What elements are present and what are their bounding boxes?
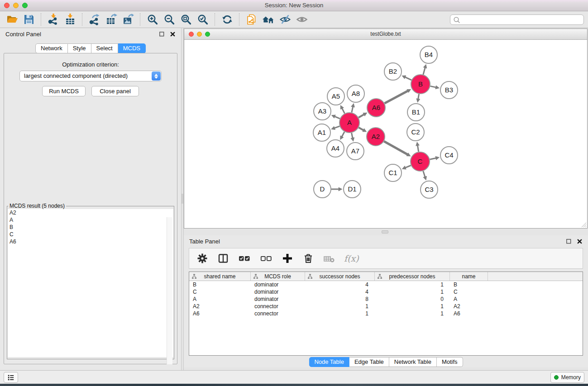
table-cell: 8 bbox=[305, 295, 375, 303]
mcds-result-item[interactable]: A6 bbox=[8, 238, 173, 245]
dropdown-selected-value: largest connected component (directed) bbox=[24, 72, 128, 79]
zoom-out-icon[interactable] bbox=[161, 12, 177, 27]
home-layout-icon[interactable] bbox=[260, 12, 277, 27]
column-header[interactable]: name bbox=[450, 272, 488, 281]
table-row[interactable]: Bdominator41B bbox=[189, 281, 583, 288]
close-panel-button[interactable]: Close panel bbox=[91, 86, 139, 96]
export-image-icon[interactable] bbox=[120, 12, 136, 27]
mcds-result-item[interactable]: C bbox=[8, 231, 173, 238]
zoom-in-icon[interactable] bbox=[144, 12, 161, 27]
select-all-checkboxes-icon[interactable] bbox=[238, 253, 251, 264]
memory-button[interactable]: Memory bbox=[550, 372, 584, 383]
main-toolbar bbox=[0, 11, 588, 28]
graph-edge-C-C1[interactable] bbox=[405, 166, 411, 168]
export-network-icon[interactable] bbox=[86, 12, 103, 27]
tab-edge-table[interactable]: Edge Table bbox=[349, 357, 389, 367]
import-table-icon[interactable] bbox=[62, 12, 78, 27]
application-window: Session: New Session bbox=[0, 0, 588, 386]
table-row[interactable]: Adominator80A bbox=[189, 295, 583, 303]
mcds-result-item[interactable]: A bbox=[8, 216, 173, 224]
graph-edge-B-B3[interactable] bbox=[430, 86, 436, 87]
save-session-icon[interactable] bbox=[20, 12, 37, 27]
toolbar-separator bbox=[239, 13, 239, 26]
window-resize-grip[interactable] bbox=[580, 221, 587, 228]
network-from-document-icon[interactable] bbox=[243, 12, 260, 27]
tab-select[interactable]: Select bbox=[91, 43, 118, 53]
table-settings-gear-icon[interactable] bbox=[196, 253, 208, 264]
graph-node-label: A7 bbox=[351, 147, 359, 155]
graph-edge-C-C2[interactable] bbox=[417, 145, 418, 152]
tab-style[interactable]: Style bbox=[68, 43, 91, 53]
table-cell: A6 bbox=[189, 310, 251, 317]
deselect-all-checkboxes-icon[interactable] bbox=[260, 253, 272, 264]
run-mcds-button[interactable]: Run MCDS bbox=[42, 86, 86, 96]
network-canvas[interactable]: B4B2BB3A5A8A6A3B1AA1C2A2A4A7C4CC1C3DD1 bbox=[184, 40, 587, 228]
graph-edge-A-A3[interactable] bbox=[335, 116, 340, 119]
close-panel-icon[interactable] bbox=[577, 238, 583, 244]
graph-edge-A-A8[interactable] bbox=[352, 106, 353, 112]
graph-node-label: C1 bbox=[388, 169, 397, 176]
table-row[interactable]: Cdominator41C bbox=[189, 288, 583, 295]
graph-edge-B-B4[interactable] bbox=[423, 67, 425, 75]
search-input[interactable] bbox=[460, 17, 581, 23]
mcds-result-list[interactable]: A2ABCA6 bbox=[8, 209, 173, 357]
mcds-result-item[interactable]: A2 bbox=[8, 209, 173, 216]
float-panel-icon[interactable] bbox=[566, 238, 572, 244]
network-graph[interactable]: B4B2BB3A5A8A6A3B1AA1C2A2A4A7C4CC1C3DD1 bbox=[184, 40, 587, 228]
optimization-criterion-dropdown[interactable]: largest connected component (directed) bbox=[19, 71, 162, 81]
graph-edge-A-A5[interactable] bbox=[342, 108, 344, 114]
table-row[interactable]: A2connector11A2 bbox=[189, 303, 583, 310]
zoom-selected-icon[interactable] bbox=[194, 12, 211, 27]
float-panel-icon[interactable] bbox=[159, 31, 165, 37]
tab-motifs[interactable]: Motifs bbox=[437, 357, 463, 367]
graph-edge-B-B2[interactable] bbox=[405, 77, 411, 80]
graph-edge-B-B1[interactable] bbox=[418, 94, 419, 100]
refresh-layout-icon[interactable] bbox=[219, 12, 235, 27]
graph-node-label: C2 bbox=[411, 128, 420, 136]
toolbar-separator bbox=[82, 13, 82, 26]
table-row[interactable]: A6connector11A6 bbox=[189, 310, 583, 317]
graph-edge-A-A1[interactable] bbox=[334, 126, 339, 128]
import-network-icon[interactable] bbox=[45, 12, 62, 27]
table-cell: A bbox=[189, 295, 251, 303]
graph-edge-A2-C[interactable] bbox=[384, 141, 408, 155]
table-cell: A2 bbox=[450, 303, 488, 310]
horizontal-splitter-handle[interactable] bbox=[382, 230, 388, 234]
network-window-titlebar[interactable]: testGlobe.txt bbox=[184, 29, 587, 40]
column-header[interactable]: successor nodes bbox=[305, 272, 375, 281]
tab-network-table[interactable]: Network Table bbox=[389, 357, 437, 367]
column-header[interactable]: MCDS role bbox=[251, 272, 305, 281]
tab-node-table[interactable]: Node Table bbox=[309, 357, 349, 367]
search-field[interactable] bbox=[450, 14, 584, 25]
table-cell: 1 bbox=[305, 310, 375, 317]
zoom-fit-icon[interactable] bbox=[177, 12, 194, 27]
show-panels-eye-icon[interactable] bbox=[293, 12, 310, 27]
window-title: Session: New Session bbox=[0, 2, 588, 9]
list-scrollbar[interactable] bbox=[167, 217, 172, 364]
function-builder-icon: f(x) bbox=[344, 253, 359, 263]
graph-edge-A-A2[interactable] bbox=[359, 128, 363, 130]
column-header[interactable]: shared name bbox=[189, 272, 251, 281]
close-panel-icon[interactable] bbox=[170, 31, 176, 37]
graph-edge-A6-B[interactable] bbox=[385, 91, 408, 104]
graph-edge-C-C4[interactable] bbox=[430, 158, 436, 159]
column-header[interactable]: predecessor nodes bbox=[375, 272, 450, 281]
tab-mcds[interactable]: MCDS bbox=[118, 43, 146, 53]
graph-edge-C-C3[interactable] bbox=[423, 171, 425, 177]
tab-network[interactable]: Network bbox=[35, 43, 68, 53]
graph-node-label: B3 bbox=[445, 86, 453, 94]
table-panel: Table Panel bbox=[184, 235, 588, 367]
graph-edge-A-A4[interactable] bbox=[342, 132, 344, 137]
graph-edge-A-A7[interactable] bbox=[352, 133, 353, 138]
show-columns-icon[interactable] bbox=[217, 253, 229, 264]
delete-column-trash-icon[interactable] bbox=[302, 253, 314, 264]
mcds-result-item[interactable]: B bbox=[8, 224, 173, 231]
hide-panels-eye-slash-icon[interactable] bbox=[277, 12, 293, 27]
node-table: shared nameMCDS rolesuccessor nodesprede… bbox=[189, 272, 583, 356]
add-column-plus-icon[interactable] bbox=[282, 253, 293, 264]
splitter-handle[interactable] bbox=[182, 194, 183, 204]
graph-edge-A-A6[interactable] bbox=[359, 114, 364, 118]
open-session-icon[interactable] bbox=[4, 12, 20, 27]
task-history-button[interactable] bbox=[4, 372, 18, 383]
export-table-icon[interactable] bbox=[103, 12, 120, 27]
